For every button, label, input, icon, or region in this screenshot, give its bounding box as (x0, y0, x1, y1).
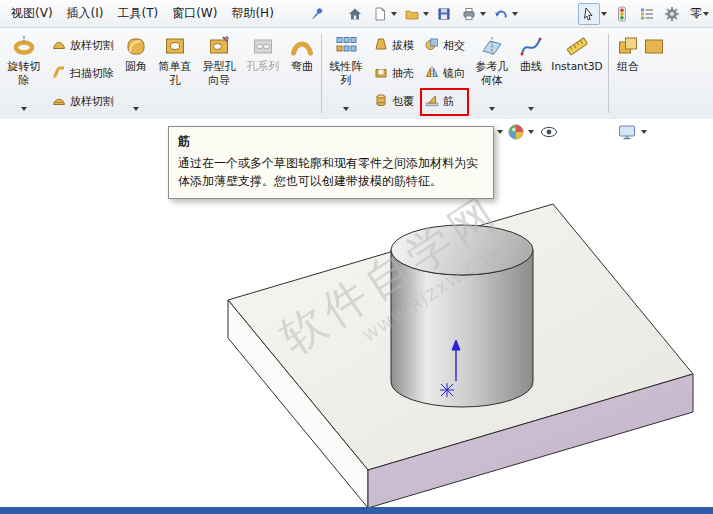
ribbon-button-hole-series: 孔系列 (241, 30, 285, 117)
open-folder-icon[interactable] (402, 4, 422, 24)
menu-help[interactable]: 帮助(H) (224, 2, 280, 25)
ribbon-group-draft-shell-wrap: 拔模 抽壳 包覆 (368, 30, 419, 117)
rebuild-traffic-light-icon[interactable] (612, 4, 632, 24)
menu-view[interactable]: 视图(V) (4, 2, 60, 25)
curves-icon (519, 33, 543, 59)
options-gear-icon[interactable] (662, 4, 682, 24)
chevron-down-icon[interactable] (528, 100, 534, 116)
ribbon-button-lofted-cut[interactable]: 放样切割 (48, 32, 117, 58)
new-document-icon[interactable] (370, 4, 390, 24)
tooltip-title: 筋 (178, 133, 484, 150)
ribbon-button-label: 弯曲 (291, 60, 313, 116)
ribbon-button-swept-cut[interactable]: 扫描切除 (48, 60, 117, 86)
ribbon-group-cut-features: 放样切割 扫描切除 放样切割 (46, 30, 119, 117)
chevron-down-icon[interactable] (480, 4, 486, 24)
ribbon-button-instant3d[interactable]: Instant3D (548, 30, 606, 117)
menu-window[interactable]: 窗口(W) (165, 2, 224, 25)
menu-tools[interactable]: 工具(T) (110, 2, 165, 25)
ribbon-button-label: 圆角 (125, 60, 147, 100)
tooltip-body: 通过在一个或多个草图轮廓和现有零件之间添加材料为实体添加薄壁支撑。您也可以创建带… (178, 154, 484, 190)
design-tree-icon[interactable] (637, 4, 657, 24)
chevron-down-icon[interactable] (512, 4, 518, 24)
draft-icon (373, 36, 389, 55)
undo-icon[interactable] (491, 4, 511, 24)
ribbon-button-label: 抽壳 (392, 66, 414, 81)
chevron-down-icon[interactable] (703, 4, 709, 24)
ribbon-button-label: 孔系列 (247, 60, 280, 116)
partial-feature-icon (642, 33, 666, 59)
flex-icon (290, 33, 314, 59)
print-icon[interactable] (459, 4, 479, 24)
ribbon-button-reference-geometry[interactable]: 参考几何体 (470, 30, 514, 117)
ribbon-button-fillet[interactable]: 圆角 (119, 30, 153, 117)
ribbon-button-rib[interactable]: 筋 (421, 89, 468, 115)
ribbon-button-revolved-cut[interactable]: 旋转切除 (2, 30, 46, 117)
rib-tooltip: 筋 通过在一个或多个草图轮廓和现有零件之间添加材料为实体添加薄壁支撑。您也可以创… (168, 126, 494, 199)
ribbon-button-combine[interactable]: 组合 (611, 30, 645, 117)
display-settings-icon[interactable] (618, 123, 636, 141)
menu-bar: 视图(V) 插入(I) 工具(T) 窗口(W) 帮助(H) (0, 0, 713, 28)
mirror-icon (424, 64, 440, 83)
ribbon-button-label: 拔模 (392, 38, 414, 53)
hole-wizard-icon (207, 33, 231, 59)
revolved-cut-icon (12, 33, 36, 59)
ribbon-button-label: 参考几何体 (472, 60, 512, 100)
ribbon-button-boundary-cut[interactable]: 放样切割 (48, 89, 117, 115)
ribbon-button-label: 组合 (617, 60, 639, 116)
graphics-area[interactable]: 软件自学网 WWW.RJZXW.COM 筋 通过在一个或多个草图轮廓和现有零件之… (0, 119, 713, 507)
ribbon-button-flex[interactable]: 弯曲 (285, 30, 319, 117)
ribbon-divider (321, 34, 322, 113)
chevron-down-icon[interactable] (601, 4, 607, 24)
reference-geometry-icon (480, 33, 504, 59)
ribbon-group-intersect-mirror-rib: 相交 镜向 筋 (419, 30, 470, 117)
lofted-cut-icon (51, 36, 67, 55)
ribbon-button-simple-hole[interactable]: 简单直孔 (153, 30, 197, 117)
ribbon-button-mirror[interactable]: 镜向 (421, 60, 468, 86)
chevron-down-icon[interactable] (423, 4, 429, 24)
chevron-down-icon[interactable] (528, 123, 534, 141)
chevron-down-icon[interactable] (343, 100, 349, 116)
ribbon-button-partial[interactable] (645, 30, 663, 117)
swept-cut-icon (51, 64, 67, 83)
home-icon[interactable] (345, 4, 365, 24)
ribbon-button-label: 扫描切除 (70, 66, 114, 81)
chevron-down-icon[interactable] (391, 4, 397, 24)
ribbon-button-label: 线性阵列 (326, 60, 366, 100)
ribbon-button-label: 曲线 (520, 60, 542, 100)
ribbon-button-intersect[interactable]: 相交 (421, 32, 468, 58)
solidworks-window: 视图(V) 插入(I) 工具(T) 窗口(W) 帮助(H) (0, 0, 713, 514)
ribbon-button-linear-pattern[interactable]: 线性阵列 (324, 30, 368, 117)
eye-icon[interactable] (540, 123, 558, 141)
ribbon-button-label: 相交 (443, 38, 465, 53)
save-icon[interactable] (434, 4, 454, 24)
boundary-cut-icon (51, 92, 67, 111)
ribbon-button-shell[interactable]: 抽壳 (370, 60, 417, 86)
hole-series-icon (251, 33, 275, 59)
instant3d-icon (564, 33, 590, 59)
simple-hole-icon (163, 33, 187, 59)
chevron-down-icon[interactable] (489, 100, 495, 116)
ribbon-divider (608, 34, 609, 113)
menu-insert[interactable]: 插入(I) (60, 2, 111, 25)
linear-pattern-icon (334, 33, 358, 59)
chevron-down-icon[interactable] (133, 100, 139, 116)
ribbon-button-label: 筋 (443, 94, 454, 109)
document-title[interactable]: 零 (690, 5, 702, 22)
ribbon-button-wrap[interactable]: 包覆 (370, 89, 417, 115)
select-cursor-icon[interactable] (578, 3, 600, 25)
chevron-down-icon[interactable] (21, 100, 27, 116)
pin-icon[interactable] (307, 4, 327, 24)
ribbon-button-curves[interactable]: 曲线 (514, 30, 548, 117)
appearance-sphere-icon[interactable] (507, 123, 525, 141)
ribbon-button-draft[interactable]: 拔模 (370, 32, 417, 58)
ribbon-button-label: 包覆 (392, 94, 414, 109)
ribbon-button-label: 放样切割 (70, 38, 114, 53)
chevron-down-icon[interactable] (497, 123, 503, 141)
wrap-icon (373, 92, 389, 111)
combine-icon (616, 33, 640, 59)
fillet-icon (124, 33, 148, 59)
chevron-down-icon[interactable] (641, 123, 647, 141)
ribbon-button-hole-wizard[interactable]: 异型孔向导 (197, 30, 241, 117)
ribbon-button-label: 放样切割 (70, 94, 114, 109)
shell-icon (373, 64, 389, 83)
